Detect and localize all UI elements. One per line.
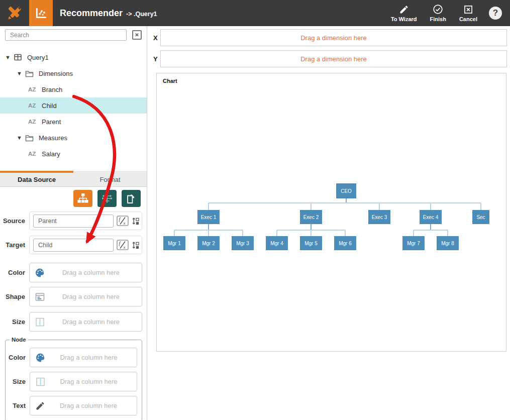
help-button[interactable]: ? — [489, 7, 502, 20]
target-label: Target — [0, 241, 29, 249]
org-node-ceo: CEO — [336, 183, 356, 198]
node-color-drop-zone[interactable]: Drag a column here — [30, 348, 137, 367]
org-node-mgr-8: Mgr 8 — [437, 236, 459, 250]
tree-item-label: Parent — [42, 118, 61, 126]
org-node-mgr-1: Mgr 1 — [163, 236, 185, 250]
horizontal-tree-type-button[interactable] — [97, 190, 117, 207]
node-group: Node Color Drag a column here Size Drag … — [5, 337, 142, 420]
x-square-icon — [463, 5, 473, 15]
chart-preview-panel: Chart CEOExec 1Exec 2Exec 3Exec 4SecMgr … — [156, 73, 506, 352]
svg-text:x: x — [123, 221, 126, 226]
chart-app-button[interactable] — [29, 0, 53, 26]
org-node-mgr-5: Mgr 5 — [300, 236, 322, 250]
expander-icon[interactable]: ▼ — [17, 70, 25, 76]
tree-item-label: Branch — [42, 86, 62, 93]
tree-item-label: Salary — [42, 150, 60, 158]
source-label: Source — [0, 217, 29, 225]
rotate-page-icon — [125, 193, 137, 204]
question-icon: ? — [493, 8, 498, 18]
sort-icon[interactable] — [132, 217, 139, 226]
pencil-icon — [399, 5, 409, 15]
field-tree: ▼Query1▼DimensionsAZBranchAZChildAZParen… — [0, 44, 147, 171]
tree-item-label: Child — [42, 102, 57, 110]
az-icon: AZ — [28, 102, 38, 109]
scatter-chart-icon — [35, 7, 48, 20]
sort-icon[interactable] — [132, 241, 139, 250]
size-icon — [35, 377, 46, 387]
search-input[interactable] — [5, 29, 127, 41]
x-axis-label: X — [153, 34, 160, 42]
node-color-row: Color Drag a column here — [6, 348, 142, 367]
size-icon — [35, 317, 45, 327]
org-node-exec-4: Exec 4 — [420, 210, 442, 224]
cancel-button[interactable]: Cancel — [459, 5, 477, 22]
tree-item-query1[interactable]: ▼Query1 — [0, 49, 147, 65]
edge-color-row: Color Drag a column here — [0, 263, 147, 282]
table-icon — [14, 53, 23, 61]
folder-icon — [25, 70, 34, 77]
y-axis-drop-zone[interactable]: Drag a dimension here — [160, 50, 507, 67]
svg-text:f: f — [119, 217, 121, 222]
tab-format[interactable]: Format — [73, 171, 147, 186]
edge-shape-drop-zone[interactable]: Drag a column here — [29, 287, 142, 306]
page-title: Recommender — [60, 8, 123, 19]
tree-item-parent[interactable]: AZParent — [0, 114, 147, 130]
target-value[interactable]: Child — [33, 239, 114, 252]
clear-search-button[interactable]: ✕ — [132, 30, 142, 40]
org-node-mgr-7: Mgr 7 — [402, 236, 425, 250]
edge-color-drop-zone[interactable]: Drag a column here — [29, 263, 142, 282]
source-value[interactable]: Parent — [33, 215, 114, 228]
edge-size-drop-zone[interactable]: Drag a column here — [29, 312, 142, 332]
edge-size-row: Size Drag a column here — [0, 312, 147, 332]
tree-item-salary[interactable]: AZSalary — [0, 146, 147, 162]
sidebar: ✕ ▼Query1▼DimensionsAZBranchAZChildAZPar… — [0, 26, 147, 420]
org-node-mgr-2: Mgr 2 — [197, 236, 220, 250]
node-size-row: Size Drag a column here — [6, 372, 142, 391]
org-node-exec-1: Exec 1 — [197, 210, 220, 224]
y-axis-row: Y Drag a dimension here — [153, 50, 507, 67]
page-subtitle: -> .Query1 — [126, 11, 157, 18]
rotate-page-type-button[interactable] — [122, 190, 141, 207]
formula-icon[interactable]: fx — [117, 216, 129, 226]
tree-item-label: Measures — [39, 134, 67, 142]
source-drop-zone[interactable]: Parent fx — [29, 212, 142, 230]
org-node-sec: Sec — [472, 210, 489, 224]
az-icon: AZ — [28, 119, 38, 125]
header-bar: Recommender -> .Query1 To Wizard Finish … — [0, 0, 510, 26]
org-node-exec-3: Exec 3 — [368, 210, 390, 224]
tree-item-dimensions[interactable]: ▼Dimensions — [0, 65, 147, 81]
tab-data-source[interactable]: Data Source — [0, 171, 73, 186]
tree-item-branch[interactable]: AZBranch — [0, 81, 147, 97]
x-axis-drop-zone[interactable]: Drag a dimension here — [160, 29, 507, 46]
source-binding-row: Source Parent fx — [0, 212, 147, 230]
tree-item-label: Dimensions — [39, 70, 73, 77]
node-size-drop-zone[interactable]: Drag a column here — [30, 372, 137, 391]
org-chart-type-button[interactable] — [73, 190, 92, 207]
breadcrumb: Recommender -> .Query1 — [60, 8, 157, 19]
node-text-drop-zone[interactable]: Drag a column here — [30, 396, 137, 415]
target-drop-zone[interactable]: Child fx — [29, 236, 142, 254]
data-source-panel: Source Parent fx Target Child fx — [0, 187, 147, 420]
edge-shape-row: Shape Drag a column here — [0, 287, 147, 306]
expander-icon[interactable]: ▼ — [17, 135, 25, 141]
tree-item-child[interactable]: AZChild — [0, 97, 147, 114]
org-chart-icon — [77, 193, 89, 204]
az-icon: AZ — [28, 151, 38, 157]
org-node-mgr-3: Mgr 3 — [232, 236, 254, 250]
svg-text:f: f — [119, 241, 121, 246]
tab-bar: Data Source Format — [0, 171, 147, 187]
palette-icon — [35, 353, 46, 363]
formula-icon[interactable]: fx — [117, 240, 129, 250]
expander-icon[interactable]: ▼ — [5, 54, 14, 60]
az-icon: AZ — [28, 86, 38, 92]
x-axis-row: X Drag a dimension here — [153, 29, 507, 46]
tree-item-label: Query1 — [27, 54, 49, 61]
org-node-exec-2: Exec 2 — [300, 210, 322, 224]
pencil-icon — [35, 401, 45, 411]
tree-item-measures[interactable]: ▼Measures — [0, 130, 147, 146]
org-node-mgr-4: Mgr 4 — [266, 236, 288, 250]
finish-button[interactable]: Finish — [430, 4, 446, 22]
folder-icon — [25, 134, 34, 142]
to-wizard-button[interactable]: To Wizard — [391, 5, 417, 22]
main-area: X Drag a dimension here Y Drag a dimensi… — [148, 26, 510, 420]
